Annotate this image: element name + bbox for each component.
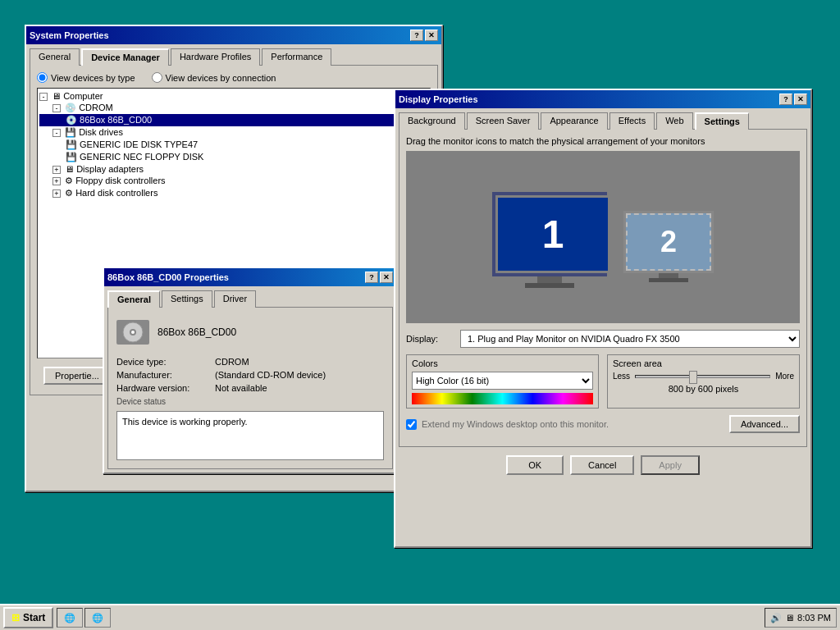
cancel-button[interactable]: Cancel — [570, 455, 634, 475]
screen-area-box: Screen area Less More 800 by 600 pixels — [607, 354, 800, 409]
monitor-1[interactable]: 1 — [492, 192, 607, 282]
device-props-tabs: General Settings Driver — [104, 286, 396, 307]
taskbar-icon-1: 🌐 — [64, 613, 75, 623]
tab-settings[interactable]: Settings — [695, 112, 749, 130]
radio-group: View devices by type View devices by con… — [37, 72, 431, 83]
tree-computer[interactable]: - 🖥 Computer — [39, 90, 428, 102]
computer-icon: 🖥 — [52, 91, 61, 101]
tree-floppy-ctrl[interactable]: + ⚙ Floppy disk controllers — [39, 175, 428, 187]
colors-and-screen-area: Colors High Color (16 bit) Screen area L… — [406, 354, 800, 409]
hdd-ctrl-icon: ⚙ — [65, 188, 73, 198]
monitor-1-body: 1 — [492, 192, 607, 276]
device-tab-general[interactable]: General — [107, 290, 160, 308]
tab-device-manager[interactable]: Device Manager — [81, 48, 169, 66]
device-props-titlebar: 86Box 86B_CD00 Properties ? ✕ — [104, 268, 396, 286]
tree-disk-drives[interactable]: - 💾 Disk drives — [39, 126, 428, 139]
tab-appearance[interactable]: Appearance — [541, 112, 607, 130]
expand-hdd-ctrl[interactable]: + — [52, 189, 61, 198]
tab-performance[interactable]: Performance — [262, 48, 331, 66]
tree-floppy[interactable]: 💾 GENERIC NEC FLOPPY DISK — [39, 151, 428, 163]
monitor-2[interactable]: 2 — [623, 211, 714, 281]
tab-general[interactable]: General — [30, 48, 80, 66]
display-dialog-buttons: OK Cancel Apply — [395, 450, 810, 480]
advanced-button[interactable]: Advanced... — [729, 415, 800, 433]
color-bar — [412, 393, 593, 404]
start-icon: ⊞ — [11, 612, 20, 623]
system-properties-titlebar: System Properties ? ✕ — [26, 26, 441, 44]
device-titlebar-buttons: ? ✕ — [365, 272, 393, 283]
monitor-2-screen: 2 — [626, 213, 711, 271]
display-close-button[interactable]: ✕ — [794, 94, 807, 105]
ok-button[interactable]: OK — [506, 455, 564, 475]
taskbar: ⊞ Start 🌐 🌐 🔊 🖥 8:03 PM — [0, 604, 840, 630]
close-button[interactable]: ✕ — [425, 30, 438, 41]
colors-label: Colors — [412, 358, 593, 368]
slider-row: Less More — [613, 372, 794, 381]
expand-display[interactable]: + — [52, 166, 61, 174]
manufacturer-value: (Standard CD-ROM device) — [215, 370, 326, 380]
manufacturer-label: Manufacturer: — [116, 370, 215, 380]
monitor-2-body: 2 — [623, 211, 714, 273]
device-status-group-label: Device status — [116, 396, 384, 406]
help-button[interactable]: ? — [410, 30, 423, 41]
screen-area-slider[interactable] — [635, 375, 770, 378]
colors-box: Colors High Color (16 bit) — [406, 354, 599, 409]
display-props-title: Display Properties — [399, 94, 478, 104]
radio-by-connection-input[interactable] — [152, 72, 162, 83]
tree-ide-disk[interactable]: 💾 GENERIC IDE DISK TYPE47 — [39, 139, 428, 151]
expand-floppy-ctrl[interactable]: + — [52, 177, 61, 185]
device-tab-settings[interactable]: Settings — [162, 290, 212, 308]
tray-icon-2: 🖥 — [785, 613, 794, 623]
titlebar-buttons: ? ✕ — [410, 30, 438, 41]
expand-computer[interactable]: - — [39, 93, 48, 101]
radio-by-type[interactable]: View devices by type — [37, 72, 135, 83]
device-help-button[interactable]: ? — [365, 272, 378, 283]
start-label: Start — [23, 612, 45, 623]
radio-by-connection[interactable]: View devices by connection — [152, 72, 276, 83]
radio-by-type-input[interactable] — [37, 72, 48, 83]
monitor-1-stand — [537, 276, 562, 283]
svg-point-3 — [131, 331, 135, 334]
expand-disk-drives[interactable]: - — [52, 129, 61, 137]
taskbar-item-sysicon[interactable]: 🌐 — [57, 608, 83, 628]
properties-button[interactable]: Propertie... — [43, 367, 111, 385]
more-label: More — [775, 372, 794, 381]
tray-icon-1: 🔊 — [770, 613, 782, 623]
system-tray: 🔊 🖥 8:03 PM — [765, 608, 837, 628]
colors-dropdown[interactable]: High Color (16 bit) — [412, 372, 593, 390]
hw-version-label: Hardware version: — [116, 383, 215, 393]
device-props-title: 86Box 86B_CD00 Properties — [107, 272, 229, 282]
tree-cdrom-device[interactable]: 💿 86Box 86B_CD00 — [39, 114, 428, 126]
start-button[interactable]: ⊞ Start — [3, 607, 53, 628]
display-titlebar-buttons: ? ✕ — [779, 94, 807, 105]
display-help-button[interactable]: ? — [779, 94, 792, 105]
tab-hardware-profiles[interactable]: Hardware Profiles — [171, 48, 260, 66]
expand-cdrom[interactable]: - — [52, 104, 61, 112]
monitor-preview-text: Drag the monitor icons to match the phys… — [406, 136, 800, 146]
monitor-1-screen: 1 — [495, 195, 610, 273]
apply-button[interactable]: Apply — [641, 455, 700, 475]
disk-icon: 💾 — [65, 127, 76, 137]
taskbar-item-ie[interactable]: 🌐 — [84, 608, 111, 628]
tree-hdd-ctrl[interactable]: + ⚙ Hard disk controllers — [39, 187, 428, 199]
device-tab-driver[interactable]: Driver — [214, 290, 256, 308]
floppy-icon: 💾 — [66, 152, 77, 162]
settings-content: Drag the monitor icons to match the phys… — [399, 129, 807, 447]
hw-version-value: Not available — [215, 383, 267, 393]
taskbar-icon-2: 🌐 — [92, 613, 103, 623]
floppy-ctrl-icon: ⚙ — [65, 176, 73, 185]
tab-screen-saver[interactable]: Screen Saver — [467, 112, 540, 130]
screen-area-label: Screen area — [613, 358, 794, 368]
tab-background[interactable]: Background — [399, 112, 465, 130]
tab-effects[interactable]: Effects — [609, 112, 655, 130]
tree-display-adapters[interactable]: + 🖥 Display adapters — [39, 163, 428, 175]
extend-monitor-checkbox[interactable] — [406, 419, 417, 430]
manufacturer-row: Manufacturer: (Standard CD-ROM device) — [116, 370, 384, 380]
tree-cdrom[interactable]: - 💿 CDROM — [39, 102, 428, 114]
device-status-text: This device is working properly. — [122, 417, 248, 427]
device-close-button[interactable]: ✕ — [380, 272, 393, 283]
display-props-tabs: Background Screen Saver Appearance Effec… — [395, 108, 810, 129]
tab-web[interactable]: Web — [656, 112, 692, 130]
display-dropdown[interactable]: 1. Plug and Play Monitor on NVIDIA Quadr… — [460, 330, 800, 348]
resolution-text: 800 by 600 pixels — [613, 384, 794, 394]
